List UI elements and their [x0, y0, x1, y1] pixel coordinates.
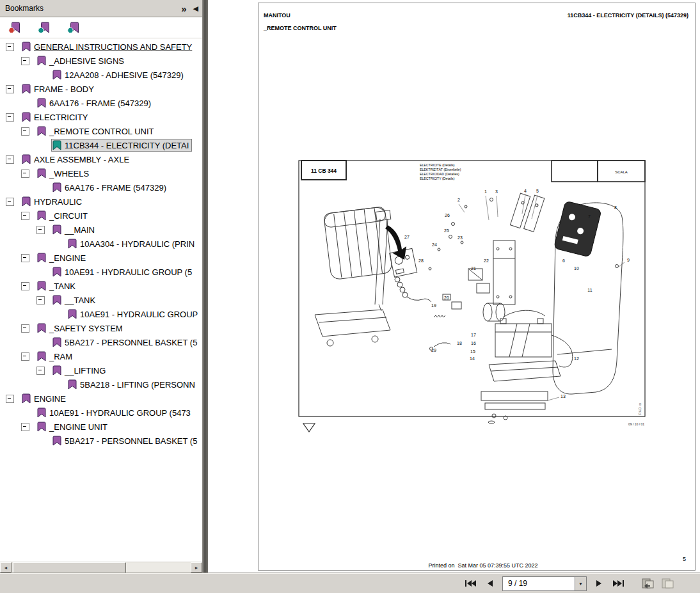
- document-page: MANITOU 11CB344 - ELECTRICITY (DETAILS) …: [258, 3, 696, 571]
- collapse-toggle-icon[interactable]: [6, 43, 14, 51]
- bookmark-icon: [68, 309, 77, 319]
- part-number-callout: 1: [484, 189, 487, 194]
- expand-panel-icon[interactable]: »: [181, 4, 186, 13]
- bookmark-item[interactable]: __LIFTING: [0, 363, 202, 377]
- drawing-title-de: ELEKTRIZITÄT (Einzelteile): [420, 168, 461, 171]
- bookmark-item[interactable]: ELECTRICITY: [0, 110, 202, 124]
- page-dropdown-arrow-icon[interactable]: ▼: [575, 577, 586, 590]
- previous-view-button[interactable]: [640, 576, 656, 590]
- bookmark-icon: [37, 323, 46, 333]
- bookmark-label: 10AE91 - HYDRAULIC GROUP (5: [65, 267, 192, 277]
- bookmark-item[interactable]: 5BA217 - PERSONNEL BASKET (5: [0, 434, 202, 448]
- bookmark-item[interactable]: __TANK: [0, 293, 202, 307]
- toggle-slot: [21, 212, 36, 220]
- scale-label: SCALA: [615, 170, 628, 174]
- scrollbar-track[interactable]: [12, 562, 191, 573]
- part-number-callout: 25: [444, 228, 449, 233]
- bookmark-item[interactable]: 6AA176 - FRAME (547329): [0, 180, 202, 194]
- panel-splitter[interactable]: [202, 0, 208, 573]
- collapse-toggle-icon[interactable]: [6, 113, 14, 122]
- bookmark-item[interactable]: 6AA176 - FRAME (547329): [0, 96, 202, 110]
- collapse-toggle-icon[interactable]: [6, 198, 14, 206]
- collapse-toggle-icon[interactable]: [36, 367, 45, 375]
- drawing-title-es: ELECTRICIDAD (Detalles): [420, 172, 459, 176]
- bookmark-icon: [68, 379, 77, 390]
- bookmark-item[interactable]: HYDRAULIC: [0, 194, 202, 209]
- bookmark-item[interactable]: 10AE91 - HYDRAULIC GROUP: [0, 307, 202, 321]
- collapse-toggle-icon[interactable]: [21, 324, 29, 333]
- part-number-callout: 22: [484, 258, 489, 263]
- bookmark-item[interactable]: _ADHESIVE SIGNS: [0, 54, 202, 68]
- bookmark-label: __MAIN: [65, 225, 95, 235]
- collapse-toggle-icon[interactable]: [36, 296, 45, 304]
- bookmark-item[interactable]: AXLE ASSEMBLY - AXLE: [0, 152, 202, 166]
- document-area: MANITOU 11CB344 - ELECTRICITY (DETAILS) …: [208, 0, 700, 573]
- part-number-callout: 13: [561, 394, 566, 399]
- bookmark-add-icon[interactable]: [37, 21, 51, 34]
- collapse-toggle-icon[interactable]: [21, 212, 29, 220]
- bookmark-item[interactable]: GENERAL INSTRUCTIONS AND SAFETY: [0, 40, 202, 54]
- part-number-callout: 17: [471, 333, 476, 337]
- bookmark-item[interactable]: FRAME - BODY: [0, 82, 202, 96]
- page-number: 5: [683, 556, 686, 562]
- collapse-toggle-icon[interactable]: [21, 254, 29, 262]
- bookmark-item[interactable]: 10AE91 - HYDRAULIC GROUP (5: [0, 265, 202, 279]
- toggle-slot: [21, 324, 36, 333]
- bookmark-icon: [52, 337, 61, 347]
- last-page-icon: [612, 579, 625, 588]
- bookmark-label: 12AA208 - ADHESIVE (547329): [65, 70, 184, 80]
- direction-arrow: [385, 225, 406, 260]
- page-number-field[interactable]: 9 / 19: [503, 577, 575, 590]
- bookmark-item[interactable]: _REMOTE CONTROL UNIT: [0, 124, 202, 138]
- bookmarks-horizontal-scrollbar[interactable]: ◄ ►: [0, 562, 202, 573]
- bookmark-item[interactable]: _SAFETY SYSTEM: [0, 321, 202, 335]
- bookmark-item[interactable]: _RAM: [0, 349, 202, 363]
- first-page-button[interactable]: [463, 576, 478, 590]
- bookmark-item[interactable]: 10AA304 - HYDRAULIC (PRIN: [0, 237, 202, 251]
- bookmark-item[interactable]: 5BA218 - LIFTING (PERSONN: [0, 377, 202, 391]
- collapse-panel-icon[interactable]: ◀: [193, 5, 198, 12]
- bookmark-item[interactable]: _TANK: [0, 279, 202, 293]
- bookmarks-toolbar: [0, 17, 202, 38]
- next-view-button[interactable]: [660, 576, 676, 590]
- bookmark-goto-icon[interactable]: [67, 21, 81, 34]
- bookmark-label: _CIRCUIT: [49, 211, 88, 221]
- bookmark-delete-icon[interactable]: [8, 21, 22, 34]
- bookmark-item[interactable]: 11CB344 - ELECTRICITY (DETAI: [0, 138, 202, 152]
- bookmark-item[interactable]: __MAIN: [0, 223, 202, 237]
- bookmark-item[interactable]: 12AA208 - ADHESIVE (547329): [0, 68, 202, 82]
- collapse-toggle-icon[interactable]: [21, 170, 29, 178]
- collapse-toggle-icon[interactable]: [21, 423, 29, 431]
- toggle-slot: [6, 395, 21, 403]
- scroll-right-icon[interactable]: ►: [191, 562, 202, 573]
- collapse-toggle-icon[interactable]: [6, 85, 14, 93]
- scroll-left-icon[interactable]: ◄: [0, 562, 12, 573]
- collapse-toggle-icon[interactable]: [21, 282, 29, 290]
- collapse-toggle-icon[interactable]: [6, 155, 14, 164]
- collapse-toggle-icon[interactable]: [6, 395, 14, 403]
- next-page-button[interactable]: [591, 576, 607, 590]
- collapse-toggle-icon[interactable]: [21, 57, 29, 65]
- bookmark-item[interactable]: _ENGINE: [0, 251, 202, 265]
- last-page-button[interactable]: [611, 576, 626, 590]
- part-number-callout: 19: [431, 303, 436, 308]
- previous-page-button[interactable]: [482, 576, 498, 590]
- part-number-callout: 27: [404, 235, 410, 239]
- page-number-combobox[interactable]: 9 / 19 ▼: [502, 576, 587, 591]
- part-number-callout: 3: [495, 189, 498, 194]
- collapse-toggle-icon[interactable]: [36, 226, 45, 234]
- collapse-toggle-icon[interactable]: [21, 352, 29, 361]
- part-number-callout: 28: [418, 258, 424, 263]
- bookmark-label: _RAM: [49, 352, 72, 361]
- bookmark-icon: [52, 365, 61, 376]
- bookmark-item[interactable]: 10AE91 - HYDRAULIC GROUP (5473: [0, 406, 202, 420]
- bookmark-item[interactable]: _CIRCUIT: [0, 209, 202, 223]
- bookmark-label: AXLE ASSEMBLY - AXLE: [34, 155, 129, 164]
- bookmark-item[interactable]: _WHEELS: [0, 166, 202, 180]
- collapse-toggle-icon[interactable]: [21, 127, 29, 136]
- bookmark-item[interactable]: 5BA217 - PERSONNEL BASKET (5: [0, 335, 202, 349]
- bookmark-item[interactable]: ENGINE: [0, 391, 202, 406]
- bookmark-icon: [52, 267, 61, 277]
- bookmark-item[interactable]: _ENGINE UNIT: [0, 420, 202, 434]
- bookmark-icon: [37, 168, 46, 178]
